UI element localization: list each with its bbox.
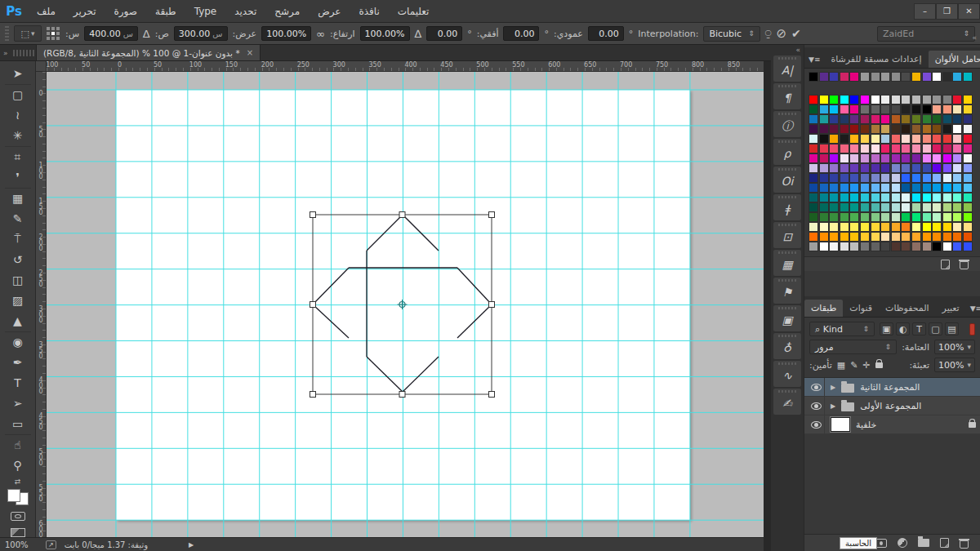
color-swatch[interactable] (922, 163, 932, 173)
color-swatch[interactable] (840, 124, 849, 134)
color-swatch[interactable] (911, 202, 921, 212)
color-swatch[interactable] (952, 212, 962, 222)
color-swatch[interactable] (840, 95, 849, 104)
paragraph-styles-panel-icon[interactable]: Oi (773, 167, 801, 193)
color-swatch[interactable] (901, 222, 911, 232)
color-swatch[interactable] (849, 95, 859, 104)
color-swatch[interactable] (829, 193, 839, 202)
cancel-transform-icon[interactable]: ⊘ (777, 26, 787, 41)
healing-brush-tool[interactable]: ▦ (5, 188, 31, 208)
screen-mode-button[interactable] (11, 528, 25, 537)
color-swatch[interactable] (922, 134, 932, 144)
tool-presets-panel-icon[interactable]: ✍ (773, 389, 801, 415)
color-swatch[interactable] (880, 124, 890, 134)
color-swatch[interactable] (891, 173, 901, 183)
color-swatch[interactable] (829, 95, 839, 104)
commit-transform-icon[interactable]: ✔ (791, 27, 801, 40)
color-swatch[interactable] (932, 95, 942, 104)
color-swatch[interactable] (952, 232, 962, 242)
color-swatch[interactable] (891, 183, 901, 193)
color-swatch[interactable] (849, 193, 859, 202)
color-swatch[interactable] (942, 212, 952, 222)
status-flyout-icon[interactable]: ▶ (189, 541, 194, 549)
layer-thumbnail[interactable] (831, 417, 850, 432)
color-swatch[interactable] (942, 183, 952, 193)
color-swatch[interactable] (880, 114, 890, 124)
color-swatch[interactable] (840, 183, 849, 193)
group-expand-icon[interactable]: ▶ (831, 402, 835, 410)
color-swatch[interactable] (932, 104, 942, 114)
color-swatch[interactable] (860, 242, 870, 251)
new-group-icon[interactable] (918, 539, 929, 547)
color-swatch[interactable] (840, 153, 849, 163)
color-swatch[interactable] (880, 232, 890, 242)
close-button[interactable]: ✕ (958, 3, 980, 20)
color-swatch[interactable] (880, 153, 890, 163)
color-swatch[interactable] (808, 114, 818, 124)
color-swatch[interactable] (891, 114, 901, 124)
notes-panel-icon[interactable]: ⚑ (773, 278, 801, 304)
color-swatch[interactable] (871, 232, 880, 242)
tab-channels[interactable]: قنوات (843, 300, 879, 317)
transform-handle[interactable] (489, 392, 495, 398)
color-swatch[interactable] (808, 232, 818, 242)
color-swatch[interactable] (901, 212, 911, 222)
color-swatch[interactable] (942, 144, 952, 153)
3d-panel-icon[interactable]: ♁ (773, 333, 801, 359)
color-swatch[interactable] (911, 222, 921, 232)
color-swatch[interactable] (860, 95, 870, 104)
color-swatch[interactable] (819, 124, 829, 134)
color-swatch[interactable] (871, 183, 880, 193)
move-tool[interactable]: ➤ (5, 63, 31, 83)
color-swatch[interactable] (963, 242, 973, 251)
lock-transparency-icon[interactable]: ▦ (837, 360, 845, 371)
color-swatch[interactable] (871, 222, 880, 232)
color-swatch[interactable] (840, 212, 849, 222)
new-swatch-icon[interactable] (941, 260, 950, 269)
menu-item-0[interactable]: ملف (28, 6, 65, 17)
color-swatch[interactable] (819, 183, 829, 193)
tab-expression[interactable]: تعبير (936, 300, 966, 317)
color-swatch[interactable] (942, 72, 952, 82)
color-swatch[interactable] (871, 202, 880, 212)
color-swatch[interactable] (942, 95, 952, 104)
color-swatch[interactable] (808, 95, 818, 104)
transform-handle[interactable] (399, 212, 405, 218)
color-swatch[interactable] (849, 222, 859, 232)
current-tool-button[interactable]: ⬚▾ (14, 25, 42, 42)
color-swatch[interactable] (942, 104, 952, 114)
color-swatch[interactable] (963, 124, 973, 134)
menu-item-5[interactable]: تحديد (225, 6, 265, 17)
color-swatch[interactable] (808, 183, 818, 193)
color-swatch[interactable] (871, 124, 880, 134)
color-swatch[interactable] (901, 163, 911, 173)
tab-history[interactable]: المحفوظات (879, 300, 936, 317)
color-swatch[interactable] (891, 232, 901, 242)
tab-close-icon[interactable]: × (247, 48, 253, 57)
y-field[interactable]: 300.00س (174, 26, 228, 41)
layer-row[interactable]: ▶المجموعة الثانية (804, 378, 980, 397)
color-swatch[interactable] (932, 222, 942, 232)
color-swatch[interactable] (952, 193, 962, 202)
color-swatch[interactable] (963, 173, 973, 183)
color-swatch[interactable] (952, 222, 962, 232)
color-swatch[interactable] (942, 232, 952, 242)
color-swatch[interactable] (891, 202, 901, 212)
color-swatch[interactable] (942, 163, 952, 173)
color-swatch[interactable] (849, 232, 859, 242)
menu-item-6[interactable]: مرشح (265, 6, 309, 17)
color-swatch[interactable] (860, 202, 870, 212)
transform-handle[interactable] (310, 302, 316, 308)
color-swatch[interactable] (808, 202, 818, 212)
canvas-viewport[interactable] (47, 72, 764, 537)
blend-mode-select[interactable]: مرور ⇕ (809, 340, 897, 354)
color-swatch[interactable] (829, 173, 839, 183)
color-swatch[interactable] (860, 193, 870, 202)
reference-point-locator[interactable] (47, 27, 60, 41)
color-swatch[interactable] (963, 232, 973, 242)
relative-position-icon[interactable]: Δ (143, 28, 150, 40)
color-swatch[interactable] (922, 242, 932, 251)
color-swatch[interactable] (922, 173, 932, 183)
color-swatch[interactable] (819, 153, 829, 163)
menu-item-8[interactable]: نافذة (350, 6, 388, 17)
